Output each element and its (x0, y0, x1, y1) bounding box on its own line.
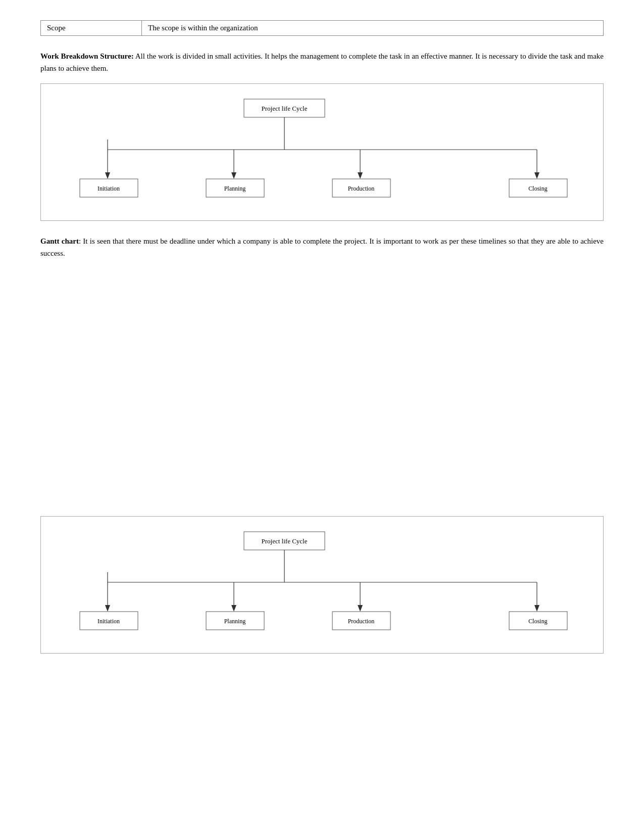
wbs-diagram-1: Project life Cycle Initiation Planning P… (40, 83, 604, 221)
scope-value: The scope is within the organization (142, 21, 604, 36)
gantt-text: : It is seen that there must be deadline… (40, 237, 604, 257)
wbs-diagram-svg-1: Project life Cycle Initiation Planning P… (57, 94, 587, 210)
svg-marker-27 (105, 605, 110, 612)
gantt-paragraph: Gantt chart: It is seen that there must … (40, 235, 604, 259)
svg-text:Project life Cycle: Project life Cycle (261, 105, 307, 112)
gantt-heading: Gantt chart (40, 237, 79, 245)
svg-text:Project life Cycle: Project life Cycle (261, 537, 307, 545)
wbs-heading: Work Breakdown Structure: (40, 52, 134, 60)
svg-text:Closing: Closing (528, 618, 547, 625)
wbs-diagram-2: Project life Cycle Initiation Planning P… (40, 516, 604, 654)
svg-marker-10 (358, 172, 363, 179)
svg-text:Production: Production (348, 618, 374, 625)
scope-label: Scope (41, 21, 142, 36)
svg-text:Closing: Closing (528, 185, 547, 192)
svg-text:Planning: Planning (224, 618, 245, 625)
svg-marker-8 (231, 172, 236, 179)
svg-marker-6 (105, 172, 110, 179)
wbs-paragraph: Work Breakdown Structure: All the work i… (40, 50, 604, 74)
spacer (40, 273, 604, 516)
svg-text:Initiation: Initiation (97, 185, 120, 192)
wbs-diagram-svg-2: Project life Cycle Initiation Planning P… (57, 527, 587, 643)
svg-marker-12 (534, 172, 539, 179)
scope-table: Scope The scope is within the organizati… (40, 20, 604, 36)
svg-marker-33 (534, 605, 539, 612)
svg-marker-29 (231, 605, 236, 612)
svg-text:Initiation: Initiation (97, 618, 120, 625)
svg-marker-31 (358, 605, 363, 612)
svg-text:Planning: Planning (224, 185, 245, 192)
svg-text:Production: Production (348, 185, 374, 192)
